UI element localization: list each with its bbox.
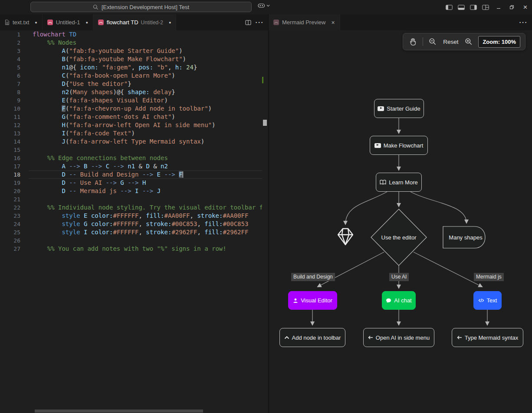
more-actions-icon[interactable]: ··· <box>519 19 528 26</box>
code-line[interactable]: 16 %% Edge connections between nodes <box>0 154 262 162</box>
code-line-content[interactable] <box>29 146 262 154</box>
code-line[interactable]: 17 A --> B --> C --> n1 & D & n2 <box>0 162 262 170</box>
code-line[interactable]: 13 I("fa:fa-code Text") <box>0 129 262 138</box>
restore-button[interactable] <box>505 0 519 14</box>
code-line-content[interactable]: F("fa:fa-chevron-up Add node in toolbar"… <box>29 105 262 113</box>
code-line[interactable]: 9 E(fa:fa-shapes Visual Editor) <box>0 96 262 105</box>
horizontal-scrollbar-thumb[interactable] <box>35 410 203 413</box>
line-number[interactable]: 21 <box>0 195 20 203</box>
node-type-mermaid-syntax[interactable]: Type Mermaid syntax <box>452 328 523 347</box>
code-line[interactable]: 22 %% Individual node styling. Try the v… <box>0 203 262 212</box>
code-line-content[interactable]: n1@{ icon: "fa:gem", pos: "b", h: 24} <box>29 63 262 72</box>
code-line-content[interactable]: D -- Use AI --> G --> H <box>29 179 262 187</box>
line-number[interactable]: 13 <box>0 129 20 138</box>
line-number[interactable]: 15 <box>0 146 20 154</box>
node-starter-guide[interactable]: Starter Guide <box>374 99 424 118</box>
node-add-node-toolbar[interactable]: Add node in toolbar <box>279 328 345 347</box>
line-number[interactable]: 10 <box>0 105 20 113</box>
code-line[interactable]: 5 n1@{ icon: "fa:gem", pos: "b", h: 24} <box>0 63 262 72</box>
zoom-out-button[interactable] <box>428 37 437 46</box>
code-line[interactable]: 10 F("fa:fa-chevron-up Add node in toolb… <box>0 105 262 113</box>
reset-zoom-button[interactable]: Reset <box>442 38 459 46</box>
more-actions-icon[interactable]: ··· <box>256 19 264 26</box>
code-line-content[interactable]: %% You can add notes with two "%" signs … <box>29 245 262 253</box>
code-line[interactable]: 18 D -- Build and Design --> E --> F <box>0 170 262 179</box>
code-line[interactable]: 6 C("fa:fa-book-open Learn More") <box>0 72 262 80</box>
command-center[interactable]: [Extension Development Host] Test <box>30 2 252 12</box>
line-number[interactable]: 25 <box>0 228 20 236</box>
code-line[interactable]: 21 <box>0 195 262 203</box>
line-number[interactable]: 23 <box>0 212 20 220</box>
code-line[interactable]: 2 %% Nodes <box>0 39 262 47</box>
code-line-content[interactable]: %% Edge connections between nodes <box>29 154 262 162</box>
code-line-content[interactable]: E(fa:fa-shapes Visual Editor) <box>29 96 262 105</box>
modified-dot[interactable]: ● <box>35 20 37 25</box>
line-number[interactable]: 1 <box>0 30 20 39</box>
code-line[interactable]: 11 G("fa:fa-comment-dots AI chat") <box>0 113 262 121</box>
code-line[interactable]: 25 style I color:#FFFFFF, stroke:#2962FF… <box>0 228 262 236</box>
line-number[interactable]: 8 <box>0 88 20 96</box>
code-line-content[interactable]: J(fa:fa-arrow-left Type Mermaid syntax) <box>29 138 262 146</box>
code-line-content[interactable]: style I color:#FFFFFF, stroke:#2962FF, f… <box>29 228 262 236</box>
code-line[interactable]: 8 n2(Many shapes)@{ shape: delay} <box>0 88 262 96</box>
tab-untitled-2[interactable]: flowchart TD Untitled-2 ● <box>93 14 177 30</box>
close-window-button[interactable]: × <box>519 0 532 14</box>
node-learn-more[interactable]: Learn More <box>376 173 422 192</box>
code-line-content[interactable]: %% Individual node styling. Try the visu… <box>29 203 262 212</box>
code-line[interactable]: 20 D -- Mermaid js --> I --> J <box>0 187 262 195</box>
code-line-content[interactable]: A --> B --> C --> n1 & D & n2 <box>29 162 262 170</box>
code-line-content[interactable]: D -- Mermaid js --> I --> J <box>29 187 262 195</box>
code-line-content[interactable] <box>29 195 262 203</box>
code-line[interactable]: 3 A("fab:fa-youtube Starter Guide") <box>0 47 262 55</box>
code-line[interactable]: 19 D -- Use AI --> G --> H <box>0 179 262 187</box>
line-number[interactable]: 5 <box>0 63 20 72</box>
code-line[interactable]: 4 B("fab:fa-youtube Make Flowchart") <box>0 55 262 63</box>
code-line-content[interactable]: flowchart TD <box>29 30 262 39</box>
code-line-content[interactable]: style E color:#FFFFFF, fill:#AA00FF, str… <box>29 212 262 220</box>
node-use-editor[interactable]: Use the editor <box>372 231 426 243</box>
code-line[interactable]: 26 <box>0 236 262 245</box>
code-line-content[interactable]: C("fa:fa-book-open Learn More") <box>29 72 262 80</box>
code-line-content[interactable]: B("fab:fa-youtube Make Flowchart") <box>29 55 262 63</box>
code-line[interactable]: 23 style E color:#FFFFFF, fill:#AA00FF, … <box>0 212 262 220</box>
pan-tool-button[interactable] <box>408 37 418 47</box>
code-line-content[interactable]: H("fa:fa-arrow-left Open AI in side menu… <box>29 121 262 129</box>
code-line[interactable]: 27 %% You can add notes with two "%" sig… <box>0 245 262 253</box>
tab-untitled-1[interactable]: Untitled-1 ● <box>43 14 93 30</box>
line-number[interactable]: 4 <box>0 55 20 63</box>
split-editor-icon[interactable] <box>245 20 251 26</box>
line-number[interactable]: 26 <box>0 236 20 245</box>
code-line-content[interactable]: %% Nodes <box>29 39 262 47</box>
code-line[interactable]: 12 H("fa:fa-arrow-left Open AI in side m… <box>0 121 262 129</box>
flowchart-canvas[interactable]: Starter Guide Make Flowchart Learn More … <box>269 30 532 413</box>
node-visual-editor[interactable]: Visual Editor <box>288 291 337 310</box>
code-line-content[interactable]: n2(Many shapes)@{ shape: delay} <box>29 88 262 96</box>
overview-ruler[interactable] <box>262 30 268 413</box>
line-number[interactable]: 11 <box>0 113 20 121</box>
code-line[interactable]: 14 J(fa:fa-arrow-left Type Mermaid synta… <box>0 138 262 146</box>
line-number[interactable]: 18 <box>0 170 20 179</box>
code-line-content[interactable]: A("fab:fa-youtube Starter Guide") <box>29 47 262 55</box>
toggle-primary-sidebar-icon[interactable] <box>443 0 455 14</box>
line-number[interactable]: 19 <box>0 179 20 187</box>
node-text[interactable]: Text <box>473 291 502 310</box>
customize-layout-icon[interactable] <box>479 0 492 14</box>
code-line-content[interactable]: I("fa:fa-code Text") <box>29 129 262 138</box>
line-number[interactable]: 2 <box>0 39 20 47</box>
line-number[interactable]: 17 <box>0 162 20 170</box>
code-line[interactable]: 7 D{"Use the editor"} <box>0 80 262 88</box>
line-number[interactable]: 24 <box>0 220 20 228</box>
tab-mermaid-preview[interactable]: Mermaid Preview × <box>269 14 340 30</box>
line-number[interactable]: 7 <box>0 80 20 88</box>
code-line-content[interactable] <box>29 236 262 245</box>
code-editor[interactable]: 1flowchart TD2 %% Nodes3 A("fab:fa-youtu… <box>0 30 268 413</box>
copilot-menu[interactable] <box>258 3 270 8</box>
node-many-shapes[interactable]: Many shapes <box>443 226 488 248</box>
line-number[interactable]: 3 <box>0 47 20 55</box>
code-line-content[interactable]: D -- Build and Design --> E --> F <box>29 170 262 179</box>
modified-dot[interactable]: ● <box>169 20 171 25</box>
line-number[interactable]: 20 <box>0 187 20 195</box>
code-line-content[interactable]: G("fa:fa-comment-dots AI chat") <box>29 113 262 121</box>
line-number[interactable]: 16 <box>0 154 20 162</box>
line-number[interactable]: 22 <box>0 203 20 212</box>
